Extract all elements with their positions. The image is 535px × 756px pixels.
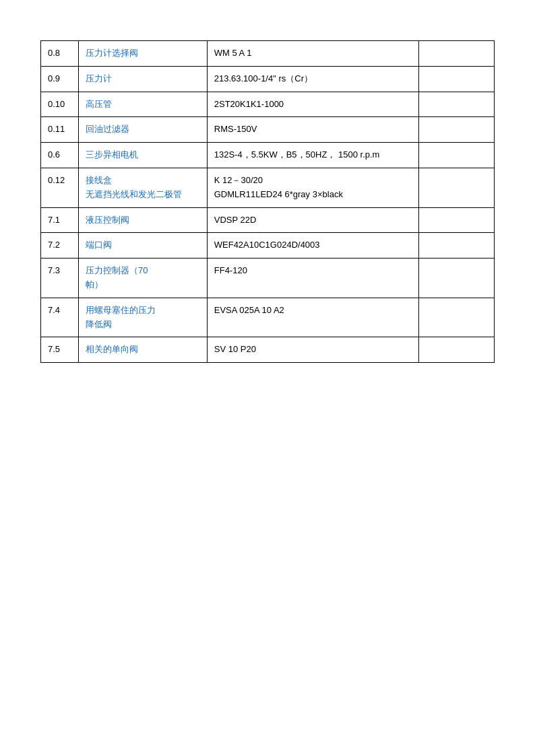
- row-spec: 2ST20K1K1-1000: [207, 92, 418, 117]
- table-row: 7.3压力控制器（70帕）FF4-120: [41, 259, 495, 298]
- row-name: 压力计: [79, 66, 208, 92]
- row-number: 0.12: [41, 168, 79, 207]
- row-spec: 132S-4，5.5KW，B5，50HZ， 1500 r.p.m: [207, 143, 418, 168]
- row-extra: [418, 143, 494, 168]
- row-spec: FF4-120: [207, 259, 418, 298]
- row-number: 7.1: [41, 207, 79, 233]
- row-number: 7.5: [41, 337, 79, 363]
- row-extra: [418, 92, 494, 117]
- row-extra: [418, 233, 494, 259]
- row-number: 7.4: [41, 298, 79, 337]
- row-number: 0.11: [41, 117, 79, 143]
- row-name: 端口阀: [79, 233, 208, 259]
- row-extra: [418, 41, 494, 67]
- row-extra: [418, 66, 494, 92]
- row-name: 相关的单向阀: [79, 337, 208, 363]
- row-spec: K 12－30/20GDMLR11LED24 6*gray 3×black: [207, 168, 418, 207]
- row-name: 压力控制器（70帕）: [79, 259, 208, 298]
- parts-table: 0.8压力计选择阀WM 5 A 10.9压力计213.63.100-1/4" r…: [40, 40, 495, 363]
- row-name: 压力计选择阀: [79, 41, 208, 67]
- row-extra: [418, 298, 494, 337]
- row-number: 0.10: [41, 92, 79, 117]
- row-extra: [418, 168, 494, 207]
- row-name: 接线盒无遮挡光线和发光二极管: [79, 168, 208, 207]
- table-row: 0.12接线盒无遮挡光线和发光二极管K 12－30/20GDMLR11LED24…: [41, 168, 495, 207]
- row-name: 液压控制阀: [79, 207, 208, 233]
- table-row: 0.11回油过滤器RMS-150V: [41, 117, 495, 143]
- row-name: 三步异相电机: [79, 143, 208, 168]
- row-number: 0.6: [41, 143, 79, 168]
- row-spec: 213.63.100-1/4" rs（Cr）: [207, 66, 418, 92]
- main-table-container: 0.8压力计选择阀WM 5 A 10.9压力计213.63.100-1/4" r…: [40, 40, 495, 363]
- row-spec: RMS-150V: [207, 117, 418, 143]
- table-row: 0.6三步异相电机132S-4，5.5KW，B5，50HZ， 1500 r.p.…: [41, 143, 495, 168]
- row-number: 7.3: [41, 259, 79, 298]
- row-spec: VDSP 22D: [207, 207, 418, 233]
- table-row: 7.1液压控制阀VDSP 22D: [41, 207, 495, 233]
- row-number: 0.8: [41, 41, 79, 67]
- row-name: 回油过滤器: [79, 117, 208, 143]
- row-extra: [418, 207, 494, 233]
- row-extra: [418, 117, 494, 143]
- row-spec: EVSA 025A 10 A2: [207, 298, 418, 337]
- row-name: 高压管: [79, 92, 208, 117]
- table-row: 0.9压力计213.63.100-1/4" rs（Cr）: [41, 66, 495, 92]
- table-row: 7.5相关的单向阀SV 10 P20: [41, 337, 495, 363]
- row-spec: WEF42A10C1G024D/4003: [207, 233, 418, 259]
- row-number: 7.2: [41, 233, 79, 259]
- row-spec: WM 5 A 1: [207, 41, 418, 67]
- table-row: 0.10高压管2ST20K1K1-1000: [41, 92, 495, 117]
- table-row: 7.4用螺母塞住的压力降低阀EVSA 025A 10 A2: [41, 298, 495, 337]
- row-extra: [418, 337, 494, 363]
- row-name: 用螺母塞住的压力降低阀: [79, 298, 208, 337]
- row-extra: [418, 259, 494, 298]
- table-row: 0.8压力计选择阀WM 5 A 1: [41, 41, 495, 67]
- table-row: 7.2端口阀WEF42A10C1G024D/4003: [41, 233, 495, 259]
- row-number: 0.9: [41, 66, 79, 92]
- row-spec: SV 10 P20: [207, 337, 418, 363]
